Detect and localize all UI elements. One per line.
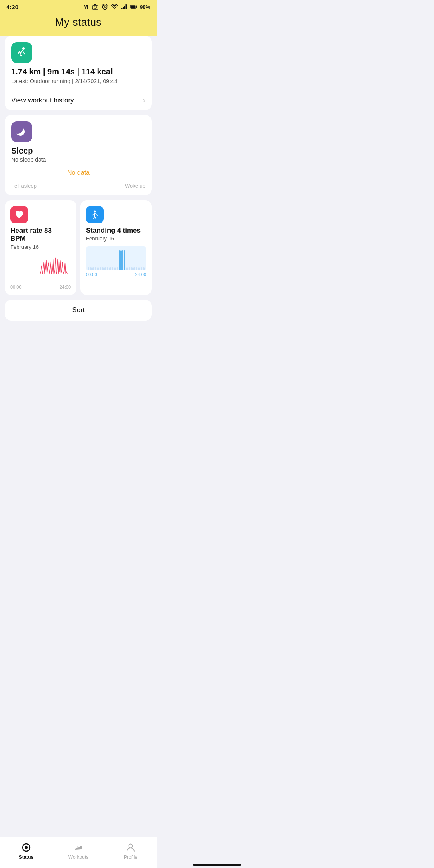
workout-stats: 1.74 km | 9m 14s | 114 kcal — [11, 67, 145, 76]
svg-point-11 — [94, 211, 96, 213]
standing-end-time: 24:00 — [135, 272, 146, 277]
alarm-icon — [101, 3, 108, 10]
svg-rect-4 — [123, 7, 124, 9]
sleep-footer: Fell asleep Woke up — [11, 183, 145, 189]
no-data-label: No data — [11, 169, 145, 176]
fell-asleep-label: Fell asleep — [11, 183, 37, 189]
workout-app-icon — [11, 42, 32, 63]
metrics-row: Heart rate 83 BPM February 16 00:00 24:0… — [5, 200, 152, 295]
svg-rect-5 — [124, 6, 125, 10]
standing-icon — [86, 206, 104, 223]
standing-value: Standing 4 times — [86, 227, 146, 235]
sleep-subtitle: No sleep data — [11, 156, 145, 163]
heart-rate-time-labels: 00:00 24:00 — [10, 285, 71, 289]
status-icons: M — [82, 3, 150, 10]
signal-icon — [121, 3, 128, 10]
standing-date: February 16 — [86, 235, 146, 242]
heart-rate-value: Heart rate 83 BPM — [10, 227, 71, 243]
battery-percent: 98% — [140, 4, 150, 10]
wifi-icon — [111, 3, 118, 10]
sleep-app-icon — [11, 121, 32, 142]
chevron-right-icon: › — [143, 96, 145, 104]
woke-up-label: Woke up — [125, 183, 145, 189]
sort-label: Sort — [72, 306, 84, 314]
svg-rect-3 — [121, 8, 123, 9]
heart-start-time: 00:00 — [10, 285, 22, 289]
heart-rate-chart — [10, 255, 71, 283]
heart-rate-icon — [10, 206, 28, 223]
page-header: My status — [0, 12, 157, 36]
page-title: My status — [0, 16, 157, 29]
view-history-button[interactable]: View workout history › — [11, 90, 145, 110]
view-history-label: View workout history — [11, 96, 74, 104]
main-content: 1.74 km | 9m 14s | 114 kcal Latest: Outd… — [0, 36, 157, 362]
battery-icon — [130, 3, 137, 10]
gmail-icon: M — [82, 3, 89, 10]
sort-card[interactable]: Sort — [5, 300, 152, 321]
svg-point-0 — [94, 6, 96, 8]
heart-end-time: 24:00 — [59, 285, 71, 289]
workout-card: 1.74 km | 9m 14s | 114 kcal Latest: Outd… — [5, 36, 152, 110]
camera-icon — [92, 3, 99, 10]
heart-rate-date: February 16 — [10, 244, 71, 250]
workout-subtitle: Latest: Outdoor running | 2/14/2021, 09:… — [11, 78, 145, 84]
standing-chart: 00:00 24:00 — [86, 246, 146, 277]
svg-rect-8 — [131, 5, 135, 8]
standing-time-labels: 00:00 24:00 — [86, 272, 146, 277]
standing-start-time: 00:00 — [86, 272, 97, 277]
heart-rate-card: Heart rate 83 BPM February 16 00:00 24:0… — [5, 200, 76, 295]
sleep-card: Sleep No sleep data No data Fell asleep … — [5, 115, 152, 195]
standing-card: Standing 4 times February 16 — [80, 200, 152, 295]
status-time: 4:20 — [6, 4, 18, 10]
status-bar: 4:20 M — [0, 0, 157, 12]
svg-rect-6 — [125, 4, 127, 9]
svg-point-9 — [22, 47, 25, 50]
sleep-title: Sleep — [11, 146, 145, 156]
